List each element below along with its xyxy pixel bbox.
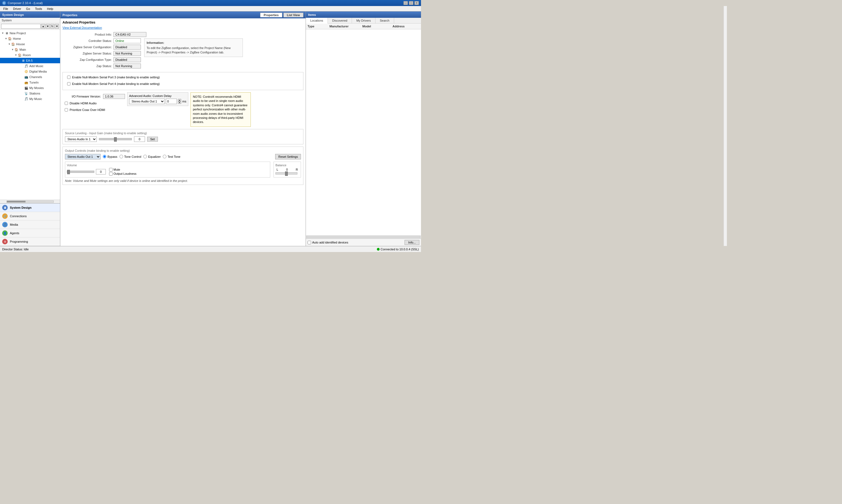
tree-toggle-home[interactable]: ▼: [4, 37, 8, 40]
prioritize-coax-checkbox[interactable]: [65, 108, 68, 111]
nav-media[interactable]: 🎵 Media: [0, 220, 60, 229]
tree-toggle-digital-media[interactable]: [21, 70, 24, 73]
menu-bar: File Driver Go Tools Help: [0, 6, 421, 12]
tree-toggle-add-music[interactable]: [21, 65, 24, 68]
tree-toggle-channels[interactable]: [21, 75, 24, 78]
menu-help[interactable]: Help: [45, 6, 55, 11]
set-button[interactable]: Set: [147, 137, 158, 142]
tree-toggle-tunein[interactable]: [21, 81, 24, 84]
tree-toggle-ea5[interactable]: [18, 59, 21, 62]
tab-search[interactable]: Search: [375, 18, 394, 23]
items-scrollbar-track[interactable]: [306, 236, 420, 238]
tree-item-add-music[interactable]: 🎵 Add Music: [0, 63, 60, 69]
minimize-button[interactable]: —: [403, 1, 408, 5]
tab-locations[interactable]: Locations: [306, 18, 328, 23]
spinner-down[interactable]: ▼: [178, 101, 181, 104]
menu-driver[interactable]: Driver: [11, 6, 23, 11]
firmware-section: I/O Firmware Version: 1.0.36 Disable HDM…: [63, 92, 125, 114]
nav-agents[interactable]: 👤 Agents: [0, 229, 60, 237]
equalizer-radio-input[interactable]: [143, 155, 147, 158]
items-horizontal-scrollbar[interactable]: [306, 235, 421, 238]
tree-item-home[interactable]: ▼ 🏠 Home: [0, 36, 60, 41]
close-button[interactable]: ✕: [415, 1, 419, 5]
tree-item-channels[interactable]: 📺 Channels: [0, 74, 60, 80]
tree-item-house[interactable]: ▼ 🏠 House: [0, 41, 60, 47]
tree-toggle-room[interactable]: ▼: [14, 53, 18, 57]
reset-settings-button[interactable]: Reset Settings: [275, 154, 301, 159]
test-tone-radio-input[interactable]: [163, 155, 166, 158]
menu-go[interactable]: Go: [24, 6, 32, 11]
auto-add-checkbox[interactable]: [308, 241, 311, 244]
bypass-radio-input[interactable]: [103, 155, 106, 158]
spinner-up[interactable]: ▲: [178, 99, 181, 101]
audio-out-select[interactable]: Stereo Audio Out 1: [129, 98, 165, 104]
null-modem-3-checkbox[interactable]: [67, 76, 70, 79]
view-doc-link[interactable]: View External Documentation: [63, 26, 303, 29]
balance-box: Balance L 0 R: [274, 162, 301, 178]
tree-item-stations[interactable]: 📡 Stations: [0, 91, 60, 96]
zigbee-config-label: Zigbee Server Configuration:: [63, 46, 112, 49]
menu-file[interactable]: File: [1, 6, 11, 11]
tree-toggle-stations[interactable]: [21, 92, 24, 95]
tree-scrollbar-track[interactable]: [6, 200, 54, 203]
tree-toggle-my-movies[interactable]: [21, 86, 24, 90]
source-leveling-value[interactable]: [134, 137, 145, 142]
title-bar-buttons[interactable]: — □ ✕: [403, 1, 419, 5]
tree-item-digital-media[interactable]: 📀 Digital Media: [0, 69, 60, 74]
tree-item-room[interactable]: ▼ 🏠 Room: [0, 52, 60, 58]
tree-search-input[interactable]: [1, 24, 40, 29]
audio-custom-delay-title: Advanced Audio: Custom Delay: [129, 94, 187, 97]
output-select[interactable]: Stereo Audio Out 1: [65, 154, 101, 159]
tab-discovered[interactable]: Discovered: [328, 18, 352, 23]
properties-title: Properties: [63, 14, 77, 17]
volume-value-input[interactable]: [96, 169, 106, 175]
source-leveling-thumb[interactable]: [114, 137, 117, 142]
output-loudness-checkbox[interactable]: [109, 172, 113, 176]
balance-labels: L 0 R: [276, 168, 299, 171]
maximize-button[interactable]: □: [409, 1, 413, 5]
tree-item-main[interactable]: ▼ 🏠 Main: [0, 47, 60, 52]
firmware-label: I/O Firmware Version:: [63, 95, 101, 98]
tree-up-button[interactable]: ▲: [41, 24, 45, 29]
tree-toggle-house[interactable]: ▼: [8, 42, 11, 46]
audio-delay-input[interactable]: [166, 98, 177, 104]
disable-hdmi-checkbox[interactable]: [65, 102, 68, 105]
nav-programming[interactable]: ⚙ Programming: [0, 237, 60, 246]
tree-toggle-main[interactable]: ▼: [11, 48, 14, 51]
tree-item-my-music[interactable]: 🎵 My Music: [0, 96, 60, 102]
tree-item-tunein[interactable]: 📻 TuneIn: [0, 80, 60, 85]
tree-item-new-project[interactable]: ▼ 🖥 New Project: [0, 31, 60, 36]
tab-list-view[interactable]: List View: [283, 13, 303, 17]
tree-filter-button[interactable]: ▼: [55, 24, 59, 29]
nav-system-design[interactable]: 🖥 System Design: [0, 203, 60, 212]
tab-my-drivers[interactable]: My Drivers: [352, 18, 375, 23]
tree-down-button[interactable]: ▼: [46, 24, 50, 29]
mute-checkbox[interactable]: [109, 168, 113, 172]
volume-slider-thumb[interactable]: [67, 170, 70, 174]
source-leveling-select[interactable]: Stereo Audio In 1: [65, 137, 97, 142]
info-button[interactable]: Info...: [405, 240, 419, 245]
connections-nav-icon: 🔗: [2, 213, 8, 219]
menu-tools[interactable]: Tools: [33, 6, 45, 11]
balance-slider[interactable]: [276, 172, 297, 175]
null-modem-section: Enable Null-Modem Serial Port 3 (make bi…: [63, 72, 303, 90]
source-leveling-slider[interactable]: [99, 138, 132, 140]
null-modem-4-checkbox[interactable]: [67, 82, 70, 86]
tree-toggle-my-music[interactable]: [21, 97, 24, 101]
col-address: Address: [392, 25, 419, 28]
audio-delay-spinner[interactable]: ▲ ▼: [178, 99, 181, 104]
tree-refresh-button[interactable]: ↻: [50, 24, 55, 29]
null-modem-3-row: Enable Null-Modem Serial Port 3 (make bi…: [65, 74, 301, 80]
tab-properties[interactable]: Properties: [260, 13, 282, 17]
nav-connections[interactable]: 🔗 Connections: [0, 212, 60, 220]
balance-thumb[interactable]: [285, 172, 288, 176]
tree-scrollbar-thumb[interactable]: [7, 201, 25, 202]
tone-control-radio-input[interactable]: [120, 155, 123, 158]
tree-item-my-movies[interactable]: 🎬 My Movies: [0, 85, 60, 91]
volume-balance-row: Volume Mute: [65, 162, 301, 178]
volume-box: Volume Mute: [65, 162, 270, 178]
tree-item-ea5[interactable]: 🖥 EA-5: [0, 58, 60, 63]
status-info-section: Controller Status: Online Zigbee Server …: [63, 38, 303, 70]
tree-toggle-new-project[interactable]: ▼: [1, 32, 4, 35]
volume-slider-track[interactable]: [67, 170, 94, 173]
